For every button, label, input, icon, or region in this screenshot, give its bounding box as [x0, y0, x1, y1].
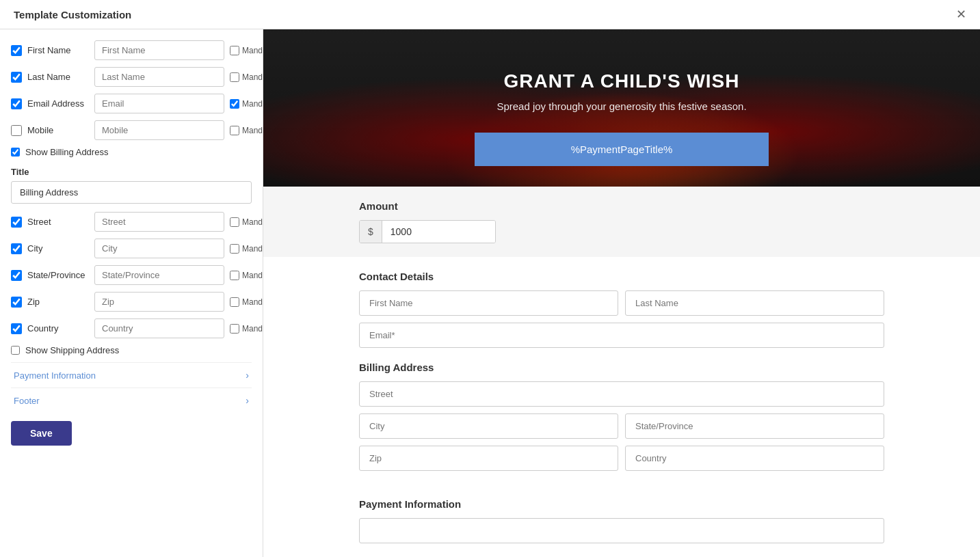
city-checkbox[interactable]: [11, 243, 22, 254]
footer-arrow-icon: ›: [246, 395, 249, 406]
left-panel: First Name Mandatory Last Name Mandatory: [0, 29, 263, 557]
last-name-mandatory-checkbox[interactable]: [230, 72, 239, 82]
street-checkbox[interactable]: [11, 217, 22, 228]
show-shipping-row: Show Shipping Address: [11, 345, 252, 355]
show-shipping-label: Show Shipping Address: [25, 345, 119, 355]
amount-input[interactable]: [382, 221, 496, 243]
first-name-mandatory: Mandatory: [230, 46, 263, 55]
preview-payment-info-input[interactable]: [359, 518, 884, 543]
email-row-preview: [359, 323, 884, 348]
contact-section: Contact Details: [263, 257, 980, 362]
street-mandatory-checkbox[interactable]: [230, 217, 239, 227]
country-checkbox[interactable]: [11, 323, 22, 334]
city-mandatory-checkbox[interactable]: [230, 244, 239, 254]
mobile-checkbox[interactable]: [11, 125, 22, 136]
email-checkbox[interactable]: [11, 98, 22, 109]
preview-country-input[interactable]: [625, 446, 884, 471]
zip-mandatory-checkbox[interactable]: [230, 297, 239, 307]
payment-info-title: Payment Information: [359, 498, 884, 510]
zip-input[interactable]: [94, 292, 224, 312]
city-label: City: [27, 243, 89, 254]
payment-info-section: Payment Information: [263, 491, 980, 557]
zip-label: Zip: [27, 297, 89, 307]
show-billing-checkbox[interactable]: [11, 148, 20, 157]
first-name-mandatory-label: Mandatory: [242, 46, 263, 55]
contact-section-title: Contact Details: [359, 271, 884, 282]
app-window: Template Customization ✕ First Name Mand…: [0, 0, 980, 557]
city-mandatory-label: Mandatory: [242, 244, 263, 254]
hero-subtitle: Spread joy through your generosity this …: [496, 100, 746, 112]
street-label: Street: [27, 217, 89, 227]
billing-section-title: Billing Address: [359, 362, 884, 373]
state-label: State/Province: [27, 270, 89, 280]
state-checkbox[interactable]: [11, 270, 22, 281]
main-content: First Name Mandatory Last Name Mandatory: [0, 29, 980, 557]
preview-city-input[interactable]: [359, 413, 618, 439]
payment-page-title-text: %PaymentPageTitle%: [571, 144, 673, 155]
save-button[interactable]: Save: [11, 421, 72, 446]
street-input[interactable]: [94, 212, 224, 232]
city-input[interactable]: [94, 239, 224, 258]
show-billing-row: Show Billing Address: [11, 147, 252, 157]
show-shipping-checkbox[interactable]: [11, 346, 20, 355]
last-name-checkbox[interactable]: [11, 72, 22, 83]
first-name-label: First Name: [27, 45, 89, 55]
state-input[interactable]: [94, 265, 224, 285]
preview-email-input[interactable]: [359, 323, 884, 348]
amount-currency: $: [360, 221, 382, 243]
last-name-input[interactable]: [94, 67, 224, 87]
last-name-label: Last Name: [27, 72, 89, 82]
first-name-mandatory-checkbox[interactable]: [230, 46, 239, 55]
footer-nav[interactable]: Footer ›: [11, 388, 252, 413]
country-mandatory: Mandatory: [230, 324, 263, 334]
mobile-row: Mobile Mandatory: [11, 120, 252, 140]
preview-state-input[interactable]: [625, 413, 884, 439]
email-mandatory: Mandatory: [230, 99, 263, 109]
payment-page-title-bar: %PaymentPageTitle%: [475, 133, 769, 166]
mobile-input[interactable]: [94, 120, 224, 140]
zip-row: Zip Mandatory: [11, 292, 252, 312]
email-input[interactable]: [94, 94, 224, 113]
first-name-row: First Name Mandatory: [11, 40, 252, 60]
city-row: City Mandatory: [11, 239, 252, 258]
billing-title-label: Title: [11, 167, 252, 177]
billing-city-state-row: [359, 413, 884, 439]
preview-first-name-input[interactable]: [359, 290, 618, 316]
email-mandatory-checkbox[interactable]: [230, 99, 239, 109]
preview-last-name-input[interactable]: [625, 290, 884, 316]
street-mandatory-label: Mandatory: [242, 217, 263, 227]
title-bar: Template Customization ✕: [0, 0, 980, 29]
street-row: Street Mandatory: [11, 212, 252, 232]
close-button[interactable]: ✕: [956, 8, 966, 21]
email-label: Email Address: [27, 98, 89, 109]
preview-street-input[interactable]: [359, 381, 884, 407]
country-mandatory-checkbox[interactable]: [230, 324, 239, 334]
zip-checkbox[interactable]: [11, 297, 22, 308]
mobile-mandatory-checkbox[interactable]: [230, 126, 239, 135]
mobile-mandatory: Mandatory: [230, 126, 263, 135]
country-input[interactable]: [94, 318, 224, 338]
email-mandatory-label: Mandatory: [242, 99, 263, 109]
mobile-mandatory-label: Mandatory: [242, 126, 263, 135]
state-mandatory-checkbox[interactable]: [230, 271, 239, 280]
country-row: Country Mandatory: [11, 318, 252, 338]
payment-info-nav-label: Payment Information: [14, 370, 96, 381]
hero-section: GRANT A CHILD'S WISH Spread joy through …: [263, 29, 980, 187]
first-name-input[interactable]: [94, 40, 224, 60]
state-row: State/Province Mandatory: [11, 265, 252, 285]
amount-section: Amount $: [263, 187, 980, 257]
amount-label: Amount: [359, 200, 884, 212]
right-panel: GRANT A CHILD'S WISH Spread joy through …: [263, 29, 980, 557]
preview-zip-input[interactable]: [359, 446, 618, 471]
state-mandatory: Mandatory: [230, 271, 263, 280]
city-mandatory: Mandatory: [230, 244, 263, 254]
billing-title-input[interactable]: Billing Address: [11, 181, 252, 204]
last-name-mandatory-label: Mandatory: [242, 72, 263, 82]
zip-mandatory: Mandatory: [230, 297, 263, 307]
zip-mandatory-label: Mandatory: [242, 297, 263, 307]
first-name-checkbox[interactable]: [11, 45, 22, 56]
payment-info-nav[interactable]: Payment Information ›: [11, 362, 252, 388]
hero-text-block: GRANT A CHILD'S WISH Spread joy through …: [496, 29, 746, 126]
hero-title: GRANT A CHILD'S WISH: [496, 70, 746, 92]
footer-nav-label: Footer: [14, 396, 40, 406]
